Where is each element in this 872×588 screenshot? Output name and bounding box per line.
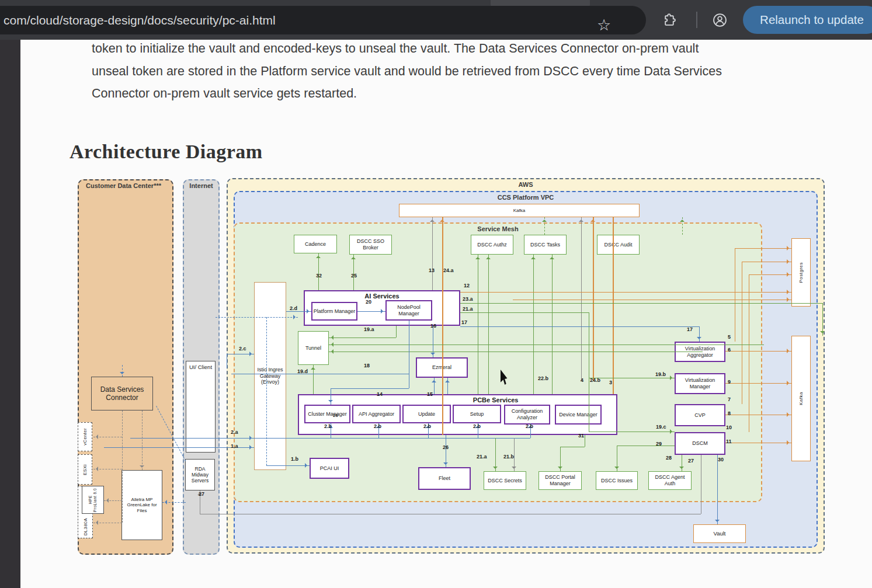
node-platform-manager: Platform Manager — [311, 302, 357, 321]
nodepool-manager-label: NodePool Manager — [387, 304, 430, 317]
rda-midway-servers-label: RDA Midway Servers — [186, 466, 214, 484]
flow-number-label: 2.d — [290, 305, 297, 311]
node-dscc-sso-broker: DSCC SSO Broker — [349, 235, 392, 255]
node-dscc-authz: DSCC Authz — [471, 235, 513, 255]
node-cvp: CVP — [675, 404, 725, 426]
node-pcai-ui: PCAI UI — [310, 458, 349, 479]
page-title: Architecture Diagram — [70, 141, 263, 163]
istio-ingress-gateway-label: Istio Ingres Gateway (Envoy) — [255, 367, 285, 385]
relaunch-to-update-button[interactable]: Relaunch to update — [743, 6, 872, 34]
flow-number-label: 26 — [333, 413, 338, 418]
flow-number-label: 8 — [728, 410, 731, 416]
node-rda-midway-servers: RDA Midway Servers — [185, 459, 215, 490]
dscc-authz-label: DSCC Authz — [477, 242, 507, 248]
extensions-icon[interactable] — [659, 9, 680, 30]
node-alletra-mp-greenlake: Alletra MP GreenLake for Files — [121, 470, 162, 540]
browser-toolbar: com/cloud/storage-design/docs/security/p… — [0, 0, 872, 40]
setup-label: Setup — [470, 411, 484, 417]
node-virtualization-manager: Virtualization Manager — [675, 373, 725, 394]
update-label: Update — [418, 411, 435, 417]
flow-number-label: 3 — [609, 380, 612, 385]
node-setup: Setup — [453, 405, 501, 423]
flow-number-label: 21.a — [477, 454, 487, 460]
cvp-label: CVP — [694, 412, 706, 419]
kafka-right-label: Kafka — [798, 392, 804, 405]
service-mesh-label: Service Mesh — [477, 225, 518, 232]
url-text[interactable]: com/cloud/storage-design/docs/security/p… — [4, 6, 276, 34]
dscc-issues-label: DSCC Issues — [601, 478, 633, 484]
flow-number-label: 30 — [718, 457, 724, 462]
flow-number-label: 19.d — [297, 368, 308, 374]
dscc-sso-broker-label: DSCC SSO Broker — [350, 238, 391, 251]
vcenter-label: vCenter — [82, 428, 88, 446]
flow-number-label: 22.b — [538, 375, 548, 381]
node-istio-ingress-gateway: Istio Ingres Gateway (Envoy) — [254, 282, 286, 470]
flow-number-label: 2.a — [231, 429, 238, 435]
flow-number-label: 6 — [728, 347, 731, 353]
node-ui-client: UI/ Client — [186, 361, 216, 453]
address-bar[interactable]: com/cloud/storage-design/docs/security/p… — [0, 6, 646, 34]
flow-number-label: 2.b — [374, 423, 381, 429]
node-vault: Vault — [693, 524, 746, 543]
node-postgres: Postgres — [791, 238, 811, 307]
hpe-proliant-label: HPE ProLiant 8.0 — [88, 487, 98, 513]
paragraph-line: Connector on-prem vault service gets res… — [92, 82, 845, 105]
dscm-label: DSCM — [692, 440, 708, 447]
node-dscc-audit: DSCC Audit — [597, 235, 640, 255]
flow-number-label: 28 — [666, 455, 672, 461]
architecture-diagram-image: Customer Data Center***InternetAWSCCS Pl… — [69, 172, 828, 559]
esxi-label: ESXi — [82, 464, 88, 475]
api-aggregator-label: API Aggregator — [359, 411, 394, 417]
virtualization-aggregator-label: Virtualization Aggregator — [676, 346, 724, 359]
node-device-manager: Device Manager — [555, 405, 602, 425]
postgres-label: Postgres — [798, 262, 804, 283]
node-ezmeral: Ezmeral — [416, 357, 468, 378]
profile-icon[interactable] — [709, 9, 730, 30]
ezmeral-label: Ezmeral — [432, 364, 451, 371]
cadence-label: Cadence — [305, 241, 326, 248]
node-hpe-proliant: HPE ProLiant 8.0 — [82, 486, 104, 514]
flow-number-label: 12 — [464, 283, 470, 288]
flow-number-label: 19.b — [655, 371, 666, 377]
node-kafka-bar: Kafka — [399, 204, 640, 217]
node-cadence: Cadence — [294, 235, 337, 253]
node-dscc-tasks: DSCC Tasks — [524, 235, 567, 255]
flow-number-label: 14 — [377, 391, 383, 397]
flow-number-label: 20 — [366, 299, 371, 305]
node-esxi: ESXi — [78, 454, 92, 485]
flow-number-label: 19.c — [656, 424, 666, 430]
flow-number-label: 13 — [429, 267, 435, 273]
window-side-strip — [0, 40, 20, 588]
flow-number-label: 1.b — [291, 456, 298, 462]
body-paragraph: token to initialize the vault and encode… — [92, 37, 845, 105]
dscc-audit-label: DSCC Audit — [604, 242, 632, 248]
internet-label: Internet — [189, 182, 213, 189]
flow-number-label: 16 — [430, 323, 436, 329]
pcai-ui-label: PCAI UI — [320, 465, 339, 472]
flow-number-label: 21.a — [463, 306, 473, 312]
flow-number-label: 21.b — [503, 454, 514, 460]
flow-number-label: 2.b — [526, 423, 533, 429]
customer-data-center-label: Customer Data Center*** — [86, 182, 161, 189]
vault-label: Vault — [714, 530, 726, 537]
data-services-connector-label: Data Services Connector — [92, 385, 152, 402]
flow-number-label: 27 — [199, 491, 204, 497]
bookmark-star-icon[interactable]: ☆ — [597, 14, 611, 36]
virtualization-manager-label: Virtualization Manager — [676, 377, 724, 390]
dscc-portal-manager-label: DSCC Portal Manager — [540, 474, 581, 487]
flow-number-label: 7 — [728, 396, 731, 402]
flow-number-label: 17 — [461, 319, 467, 325]
flow-number-label: 18 — [364, 363, 370, 368]
dscc-secrets-label: DSCC Secrets — [488, 478, 522, 484]
flow-number-label: 32 — [316, 273, 322, 279]
flow-number-label: 1.a — [231, 443, 238, 449]
flow-number-label: 9 — [728, 379, 731, 385]
pcbe-services-group-label: PCBe Services — [473, 396, 519, 404]
node-kafka-right: Kafka — [791, 336, 811, 461]
flow-number-label: 5 — [728, 334, 731, 340]
fleet-label: Fleet — [439, 475, 450, 482]
flow-number-label: 11 — [726, 439, 732, 444]
device-manager-label: Device Manager — [559, 412, 597, 418]
flow-number-label: 15 — [427, 391, 433, 397]
flow-number-label: 25 — [351, 273, 357, 279]
